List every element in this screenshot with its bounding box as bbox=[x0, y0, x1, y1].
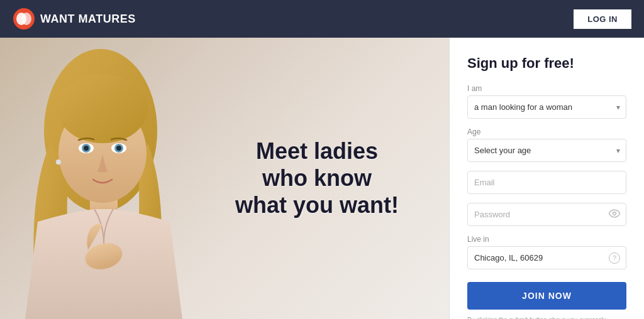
login-button[interactable]: LOG IN bbox=[574, 9, 631, 29]
age-group: Age Select your age 18 19 20 25 30 35 40… bbox=[467, 127, 626, 162]
password-visibility-toggle-icon[interactable] bbox=[609, 209, 620, 220]
age-select[interactable]: Select your age 18 19 20 25 30 35 40 45 … bbox=[467, 139, 626, 162]
logo: Want Matures bbox=[13, 8, 136, 30]
location-wrapper: ? bbox=[467, 246, 626, 269]
svg-point-12 bbox=[116, 146, 121, 151]
i-am-select-wrapper: a man looking for a woman a woman lookin… bbox=[467, 95, 626, 119]
live-in-group: Live in ? bbox=[467, 235, 626, 269]
hero-text: Meet ladies who know what you want! bbox=[235, 138, 399, 219]
join-now-button[interactable]: JOIN NOW bbox=[467, 282, 626, 310]
svg-point-6 bbox=[57, 74, 148, 143]
svg-point-2 bbox=[21, 13, 31, 25]
logo-text: Want Matures bbox=[40, 13, 136, 26]
consent-text: By clicking the submit button above you … bbox=[467, 316, 626, 319]
hero-headline-line3: what you want! bbox=[235, 193, 399, 219]
hero-section: Meet ladies who know what you want! bbox=[0, 38, 449, 319]
hero-headline-line1: Meet ladies bbox=[256, 138, 378, 164]
signup-section: Sign up for free! I am a man looking for… bbox=[449, 38, 644, 319]
hero-image bbox=[0, 43, 252, 319]
password-wrapper bbox=[467, 203, 626, 226]
password-input[interactable] bbox=[467, 203, 626, 226]
age-label: Age bbox=[467, 127, 626, 136]
password-group bbox=[467, 203, 626, 226]
hero-headline-line2: who know bbox=[262, 165, 372, 191]
i-am-select[interactable]: a man looking for a woman a woman lookin… bbox=[467, 95, 626, 119]
email-input[interactable] bbox=[467, 171, 626, 194]
location-input[interactable] bbox=[467, 246, 626, 269]
location-help-icon[interactable]: ? bbox=[609, 252, 620, 264]
email-group bbox=[467, 171, 626, 194]
main-content: Meet ladies who know what you want! Sign… bbox=[0, 38, 644, 319]
age-select-wrapper: Select your age 18 19 20 25 30 35 40 45 … bbox=[467, 139, 626, 162]
live-in-label: Live in bbox=[467, 235, 626, 244]
svg-point-15 bbox=[613, 212, 616, 215]
svg-point-13 bbox=[56, 160, 61, 165]
svg-point-9 bbox=[84, 146, 89, 151]
i-am-group: I am a man looking for a woman a woman l… bbox=[467, 84, 626, 119]
logo-icon bbox=[13, 8, 35, 30]
header: Want Matures LOG IN bbox=[0, 0, 644, 38]
signup-title: Sign up for free! bbox=[467, 55, 626, 72]
i-am-label: I am bbox=[467, 84, 626, 93]
